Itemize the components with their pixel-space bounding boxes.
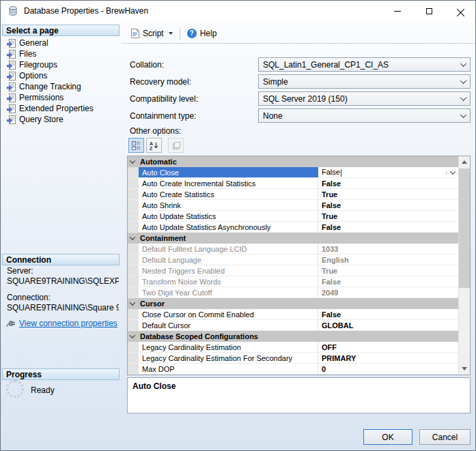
grid-category-automatic[interactable]: Automatic [128, 156, 458, 167]
sidebar-item-label: Files [19, 49, 36, 59]
grid-scrollbar[interactable] [458, 156, 470, 375]
category-indent [128, 178, 139, 188]
script-button[interactable]: Script [126, 25, 178, 42]
category-indent [128, 244, 139, 254]
page-icon [7, 61, 16, 70]
property-name: Nested Triggers Enabled [139, 265, 318, 276]
sidebar-item-general[interactable]: General [2, 38, 120, 48]
other-options-label: Other options: [130, 126, 181, 136]
property-value[interactable]: True [318, 211, 458, 221]
property-name: Max DOP [139, 364, 318, 374]
recovery-model-value: Simple [259, 77, 456, 87]
property-value[interactable]: False [318, 222, 458, 232]
grid-row-legacy-cardinality-estimation-for-secondary[interactable]: Legacy Cardinality Estimation For Second… [128, 353, 458, 364]
property-value-text: PRIMARY [322, 354, 356, 362]
script-icon [130, 29, 139, 38]
recovery-model-label: Recovery model: [130, 77, 191, 87]
property-value[interactable]: True [318, 189, 458, 199]
view-connection-properties-row: View connection properties [5, 319, 117, 328]
property-value[interactable]: 0 [318, 364, 458, 374]
grid-row-auto-update-statistics[interactable]: Auto Update StatisticsTrue [128, 211, 458, 222]
collation-value: SQL_Latin1_General_CP1_CI_AS [259, 60, 456, 70]
scroll-down-button[interactable] [459, 363, 470, 375]
property-value[interactable]: False [318, 178, 458, 188]
help-button-label: Help [200, 29, 217, 38]
scrollbar-thumb[interactable] [459, 169, 470, 288]
property-value-text: 1033 [322, 245, 338, 253]
collapse-icon[interactable] [130, 332, 135, 338]
category-indent [128, 189, 139, 199]
grid-category-cursor[interactable]: Cursor [128, 298, 458, 309]
grid-row-auto-update-statistics-asynchronously[interactable]: Auto Update Statistics AsynchronouslyFal… [128, 222, 458, 233]
property-value[interactable]: False [318, 167, 458, 177]
property-value[interactable]: English [318, 254, 458, 265]
server-label: Server: [7, 266, 33, 276]
grid-row-default-cursor[interactable]: Default CursorGLOBAL [128, 320, 458, 331]
grid-row-auto-create-statistics[interactable]: Auto Create StatisticsTrue [128, 189, 458, 200]
compatibility-level-combobox[interactable]: SQL Server 2019 (150) [258, 91, 471, 106]
collapse-icon[interactable] [130, 300, 135, 305]
collapse-icon[interactable] [130, 234, 135, 239]
grid-category-containment[interactable]: Containment [128, 233, 458, 244]
property-grid-rows: AutomaticAuto CloseFalseAuto Create Incr… [128, 156, 458, 375]
category-indent [128, 309, 139, 319]
containment-type-label: Containment type: [130, 111, 196, 121]
property-value[interactable]: 1033 [318, 244, 458, 254]
property-value[interactable]: False [318, 276, 458, 287]
sidebar-item-label: Change Tracking [19, 82, 81, 91]
scroll-up-button[interactable] [459, 156, 470, 168]
grid-row-auto-close[interactable]: Auto CloseFalse [128, 167, 458, 178]
grid-row-transform-noise-words[interactable]: Transform Noise WordsFalse [128, 276, 458, 287]
help-icon [187, 29, 197, 38]
grid-row-max-dop[interactable]: Max DOP0 [128, 364, 458, 375]
alphabetical-sort-button[interactable]: A Z [146, 138, 162, 153]
grid-row-auto-create-incremental-statistics[interactable]: Auto Create Incremental StatisticsFalse [128, 178, 458, 189]
recovery-model-combobox[interactable]: Simple [258, 74, 471, 89]
dialog-toolbar: Script Help [122, 23, 476, 44]
property-value[interactable]: True [318, 265, 458, 276]
select-a-page-header: Select a page [2, 25, 120, 36]
sidebar-item-change-tracking[interactable]: Change Tracking [2, 81, 120, 92]
grid-category-database-scoped-configurations[interactable]: Database Scoped Configurations [128, 331, 458, 342]
grid-row-default-language[interactable]: Default LanguageEnglish [128, 254, 458, 265]
view-connection-properties-link[interactable]: View connection properties [19, 319, 117, 328]
minimize-button[interactable] [382, 1, 413, 22]
grid-row-close-cursor-on-commit-enabled[interactable]: Close Cursor on Commit EnabledFalse [128, 309, 458, 320]
property-description-title: Auto Close [132, 381, 465, 391]
page-icon [7, 72, 16, 81]
property-value-text: True [322, 267, 337, 275]
property-value[interactable]: OFF [318, 342, 458, 352]
property-name: Close Cursor on Commit Enabled [139, 309, 318, 319]
grid-row-auto-shrink[interactable]: Auto ShrinkFalse [128, 200, 458, 211]
sidebar-item-files[interactable]: Files [2, 48, 120, 59]
property-value[interactable]: False [318, 309, 458, 319]
connection-label: Connection: [7, 293, 51, 302]
property-name: Auto Update Statistics [139, 211, 318, 221]
property-value[interactable]: GLOBAL [318, 320, 458, 330]
ok-button[interactable]: OK [363, 429, 412, 445]
property-value[interactable]: False [318, 200, 458, 210]
sidebar-item-filegroups[interactable]: Filegroups [2, 59, 120, 70]
sidebar-item-extended-properties[interactable]: Extended Properties [2, 103, 120, 114]
close-icon [457, 8, 464, 15]
grid-row-legacy-cardinality-estimation[interactable]: Legacy Cardinality EstimationOFF [128, 342, 458, 353]
property-value[interactable]: PRIMARY [318, 353, 458, 363]
help-button[interactable]: Help [182, 25, 222, 42]
sidebar-item-options[interactable]: Options [2, 70, 120, 81]
collation-combobox[interactable]: SQL_Latin1_General_CP1_CI_AS [258, 57, 471, 72]
property-value[interactable]: 2049 [318, 287, 458, 297]
collapse-icon[interactable] [130, 158, 135, 163]
grid-row-nested-triggers-enabled[interactable]: Nested Triggers EnabledTrue [128, 265, 458, 276]
cancel-button[interactable]: Cancel [419, 429, 471, 445]
grid-category-title: Database Scoped Configurations [140, 332, 258, 340]
categorized-view-button[interactable] [128, 138, 144, 153]
grid-row-default-fulltext-language-lcid[interactable]: Default Fulltext Language LCID1033 [128, 244, 458, 254]
maximize-button[interactable] [413, 1, 445, 22]
containment-type-combobox[interactable]: None [258, 108, 471, 123]
close-button[interactable] [445, 1, 476, 22]
value-dropdown-button[interactable] [446, 171, 458, 175]
sidebar-item-query-store[interactable]: Query Store [2, 114, 120, 125]
sidebar-item-permissions[interactable]: Permissions [2, 92, 120, 103]
category-indent [128, 254, 139, 265]
grid-row-two-digit-year-cutoff[interactable]: Two Digit Year Cutoff2049 [128, 287, 458, 298]
